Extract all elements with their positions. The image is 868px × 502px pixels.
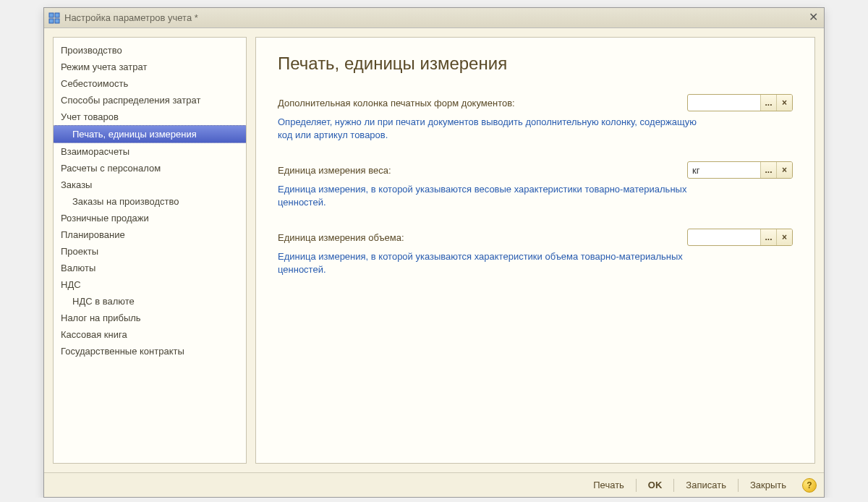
lookup-input[interactable]: [688, 95, 760, 111]
field-label: Дополнительная колонка печатных форм док…: [278, 98, 567, 109]
sidebar-item[interactable]: Государственные контракты: [54, 343, 246, 360]
sidebar-item[interactable]: Себестоимость: [54, 75, 246, 92]
sidebar-item[interactable]: Учет товаров: [54, 109, 246, 125]
close-button[interactable]: Закрыть: [743, 477, 793, 493]
footer: Печать OK Записать Закрыть ?: [44, 472, 824, 497]
separator: [636, 479, 637, 492]
lookup-select-button[interactable]: ...: [760, 95, 776, 111]
svg-rect-2: [49, 19, 54, 23]
print-button[interactable]: Печать: [586, 477, 631, 493]
field-hint: Единица измерения, в которой указываются…: [278, 250, 697, 276]
svg-rect-1: [55, 13, 59, 17]
sidebar-item[interactable]: Налог на прибыль: [54, 310, 246, 326]
client-area: ПроизводствоРежим учета затратСебестоимо…: [44, 28, 824, 472]
field-row: Дополнительная колонка печатных форм док…: [278, 94, 793, 111]
lookup-select-button[interactable]: ...: [760, 229, 776, 245]
sidebar-item[interactable]: Заказы на производство: [54, 193, 246, 210]
lookup-field: ...×: [687, 161, 793, 179]
sidebar-item[interactable]: Взаиморасчеты: [54, 143, 246, 160]
sidebar-item[interactable]: Розничные продажи: [54, 210, 246, 226]
lookup-input[interactable]: [688, 162, 760, 178]
separator: [673, 479, 674, 492]
svg-rect-0: [49, 13, 54, 17]
app-icon: [48, 12, 60, 24]
sidebar-item[interactable]: Производство: [54, 42, 246, 59]
sidebar-item[interactable]: НДС в валюте: [54, 293, 246, 310]
svg-rect-3: [55, 19, 59, 23]
sidebar-item[interactable]: Заказы: [54, 176, 246, 193]
field-label: Единица измерения веса:: [278, 165, 437, 176]
field-hint: Единица измерения, в которой указываются…: [278, 183, 697, 208]
sidebar-item[interactable]: Расчеты с персоналом: [54, 160, 246, 176]
sidebar-item[interactable]: Кассовая книга: [54, 326, 246, 343]
sidebar-item[interactable]: Режим учета затрат: [54, 59, 246, 75]
settings-window: Настройка параметров учета * ✕ Производс…: [43, 7, 825, 498]
lookup-input[interactable]: [688, 229, 760, 245]
lookup-clear-button[interactable]: ×: [776, 162, 792, 178]
field-row: Единица измерения веса:...×: [278, 161, 793, 179]
lookup-field: ...×: [687, 229, 793, 246]
page-title: Печать, единицы измерения: [278, 54, 793, 74]
lookup-clear-button[interactable]: ×: [776, 95, 792, 111]
sidebar-item[interactable]: Планирование: [54, 226, 246, 243]
sidebar-item[interactable]: Проекты: [54, 243, 246, 260]
titlebar: Настройка параметров учета * ✕: [44, 8, 824, 28]
field-hint: Определяет, нужно ли при печати документ…: [278, 116, 697, 141]
close-icon[interactable]: ✕: [805, 9, 821, 24]
lookup-field: ...×: [687, 94, 793, 111]
sidebar-item[interactable]: Способы распределения затрат: [54, 92, 246, 109]
write-button[interactable]: Записать: [678, 477, 733, 493]
sidebar-item[interactable]: Валюты: [54, 260, 246, 276]
sidebar-item[interactable]: Печать, единицы измерения: [54, 125, 246, 143]
sidebar: ПроизводствоРежим учета затратСебестоимо…: [53, 37, 247, 464]
field-label: Единица измерения объема:: [278, 232, 437, 243]
lookup-clear-button[interactable]: ×: [776, 229, 792, 245]
separator: [738, 479, 739, 492]
ok-button[interactable]: OK: [641, 477, 670, 493]
field-row: Единица измерения объема:...×: [278, 229, 793, 246]
help-button[interactable]: ?: [802, 478, 817, 493]
main-panel: Печать, единицы измерения Дополнительная…: [255, 37, 815, 464]
sidebar-item[interactable]: НДС: [54, 276, 246, 293]
lookup-select-button[interactable]: ...: [760, 162, 776, 178]
window-title: Настройка параметров учета *: [64, 12, 198, 23]
